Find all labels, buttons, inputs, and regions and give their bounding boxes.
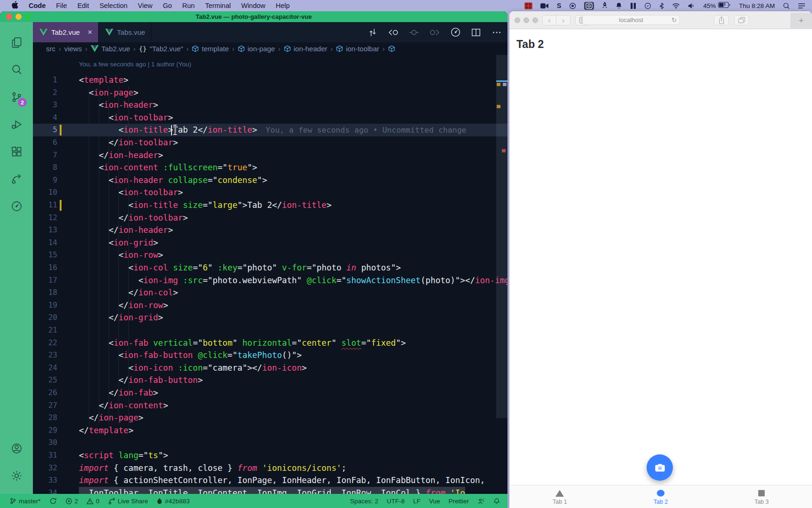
editor-scrollbar[interactable] bbox=[496, 55, 508, 494]
code-text[interactable]: <ion-row> bbox=[79, 249, 163, 262]
magnet-icon[interactable] bbox=[630, 2, 636, 10]
nav-back-icon[interactable] bbox=[386, 25, 400, 40]
apple-icon[interactable] bbox=[7, 1, 23, 10]
code-text[interactable]: <ion-img :src="photo.webviewPath" @click… bbox=[79, 274, 508, 287]
code-text[interactable]: </ion-header> bbox=[79, 149, 163, 162]
menu-go[interactable]: Go bbox=[157, 2, 177, 9]
status-bell-outline-icon[interactable] bbox=[493, 498, 500, 505]
menu-list-icon[interactable] bbox=[798, 2, 805, 10]
code-text[interactable]: </ion-toolbar> bbox=[79, 212, 188, 224]
menu-view[interactable]: View bbox=[133, 2, 157, 9]
back-button[interactable]: ‹ bbox=[542, 15, 556, 25]
status-feedback-icon[interactable] bbox=[477, 498, 485, 505]
status-prettier[interactable]: Prettier bbox=[448, 498, 469, 505]
breadcrumb-item[interactable]: {}"Tab2.vue" bbox=[139, 45, 183, 53]
activity-source-control-icon[interactable]: 2 bbox=[5, 83, 28, 111]
vscode-titlebar[interactable]: Tab2.vue — photo-gallery-capacitor-vue bbox=[0, 11, 508, 22]
code-text[interactable]: </ion-grid> bbox=[79, 311, 163, 324]
code-text[interactable]: <template> bbox=[79, 74, 128, 87]
breadcrumb-item[interactable]: views bbox=[64, 45, 82, 53]
active-app-icon[interactable] bbox=[584, 2, 594, 10]
activity-debug-icon[interactable] bbox=[5, 111, 28, 138]
code-text[interactable]: <script lang="ts"> bbox=[79, 449, 168, 462]
code-text[interactable]: <ion-icon :icon="camera"></ion-icon> bbox=[79, 362, 307, 374]
code-text[interactable]: <ion-fab-button @click="takePhoto()"> bbox=[79, 349, 302, 362]
record-icon[interactable] bbox=[569, 2, 576, 10]
code-text[interactable]: </ion-fab-button> bbox=[79, 374, 203, 387]
close-tab-icon[interactable]: ✕ bbox=[87, 29, 93, 36]
activity-liveshare-icon[interactable] bbox=[5, 165, 28, 192]
menu-file[interactable]: File bbox=[51, 2, 72, 9]
nav-dot-icon[interactable] bbox=[407, 25, 421, 40]
new-tab-button[interactable]: + bbox=[790, 13, 812, 29]
show-tabs-button[interactable] bbox=[734, 15, 749, 25]
ion-tab-tab-2[interactable]: Tab 2 bbox=[610, 485, 711, 508]
status-sync-icon[interactable] bbox=[49, 497, 57, 505]
breadcrumb-item[interactable]: ion-page bbox=[238, 45, 275, 53]
code-text[interactable]: <ion-title>Tab 2</ion-title>You, a few s… bbox=[79, 124, 467, 136]
breadcrumb-item[interactable]: template bbox=[192, 45, 229, 53]
code-text[interactable]: </ion-page> bbox=[79, 412, 143, 424]
status-utf-8[interactable]: UTF-8 bbox=[387, 498, 405, 505]
minimize-window-button[interactable] bbox=[523, 17, 529, 23]
zoom-window-button[interactable] bbox=[532, 17, 538, 23]
activity-timeline-icon[interactable] bbox=[5, 192, 28, 220]
code-text[interactable]: </ion-header> bbox=[79, 224, 173, 237]
code-text[interactable]: <ion-page> bbox=[79, 87, 138, 99]
reload-icon[interactable]: ↻ bbox=[671, 16, 677, 24]
compass-icon[interactable] bbox=[644, 2, 651, 10]
rocket-icon[interactable] bbox=[602, 2, 608, 10]
status-branch-icon[interactable]: master* bbox=[9, 497, 41, 505]
activity-settings-gear-icon[interactable] bbox=[5, 462, 28, 489]
status-error-icon[interactable]: 2 bbox=[65, 498, 78, 505]
code-editor[interactable]: You, a few seconds ago | 1 author (You) … bbox=[33, 55, 508, 494]
screen-record-icon[interactable] bbox=[540, 2, 549, 10]
status-spaces-2[interactable]: Spaces: 2 bbox=[350, 498, 378, 505]
volume-icon[interactable] bbox=[688, 2, 695, 10]
breadcrumb-item[interactable]: Tab2.vue bbox=[91, 45, 130, 53]
menu-code[interactable]: Code bbox=[23, 2, 51, 9]
split-editor-icon[interactable] bbox=[469, 25, 483, 40]
status-warning-icon[interactable]: 0 bbox=[86, 498, 100, 505]
activity-account-icon[interactable] bbox=[5, 435, 28, 462]
status-vue[interactable]: Vue bbox=[429, 498, 440, 505]
activity-search-icon[interactable] bbox=[5, 56, 28, 83]
nav-forward-icon[interactable] bbox=[428, 25, 442, 40]
status-flame-icon[interactable]: #42b883 bbox=[156, 498, 190, 505]
code-text[interactable]: IonToolbar, IonTitle, IonContent, IonImg… bbox=[79, 487, 465, 494]
s-letter-icon[interactable]: S bbox=[557, 2, 561, 10]
menu-edit[interactable]: Edit bbox=[72, 2, 94, 9]
code-text[interactable]: <ion-toolbar> bbox=[79, 111, 173, 124]
ion-tab-tab-1[interactable]: Tab 1 bbox=[509, 485, 610, 508]
editor-tab-Tab2.vue[interactable]: Tab2.vue✕ bbox=[33, 22, 99, 42]
address-bar[interactable]: localhost ↻ bbox=[582, 15, 680, 25]
breadcrumb-item[interactable]: ion-header bbox=[284, 45, 328, 53]
code-text[interactable]: </ion-content> bbox=[79, 399, 168, 412]
run-icon[interactable] bbox=[448, 25, 462, 40]
battery-status[interactable]: 45% bbox=[703, 2, 731, 9]
code-text[interactable]: </ion-col> bbox=[79, 286, 178, 299]
film-icon[interactable] bbox=[524, 2, 532, 10]
code-text[interactable]: <ion-toolbar> bbox=[79, 186, 183, 199]
status-liveshare-arrow-icon[interactable]: Live Share bbox=[108, 497, 148, 505]
breadcrumb-item[interactable]: ion-toolbar bbox=[336, 45, 379, 53]
status-lf[interactable]: LF bbox=[413, 498, 421, 505]
share-button[interactable] bbox=[714, 15, 729, 25]
menu-window[interactable]: Window bbox=[236, 2, 271, 9]
spotlight-icon[interactable] bbox=[783, 2, 790, 10]
code-text[interactable]: <ion-content :fullscreen="true"> bbox=[79, 161, 257, 174]
menu-terminal[interactable]: Terminal bbox=[200, 2, 236, 9]
code-text[interactable]: </ion-fab> bbox=[79, 387, 158, 399]
code-text[interactable]: </template> bbox=[79, 424, 133, 437]
code-text[interactable]: </ion-toolbar> bbox=[79, 136, 178, 149]
code-text[interactable]: <ion-header collapse="condense"> bbox=[79, 174, 267, 187]
menu-run[interactable]: Run bbox=[177, 2, 200, 9]
gitlens-codelens[interactable]: You, a few seconds ago | 1 author (You) bbox=[79, 58, 191, 71]
code-text[interactable]: </ion-row> bbox=[79, 299, 168, 312]
ion-tab-tab-3[interactable]: Tab 3 bbox=[711, 485, 812, 508]
activity-files-icon[interactable] bbox=[5, 29, 28, 56]
diff-icon[interactable] bbox=[366, 25, 380, 40]
close-window-button[interactable] bbox=[515, 17, 520, 23]
activity-extensions-icon[interactable] bbox=[5, 138, 28, 165]
camera-fab-button[interactable] bbox=[647, 454, 673, 481]
